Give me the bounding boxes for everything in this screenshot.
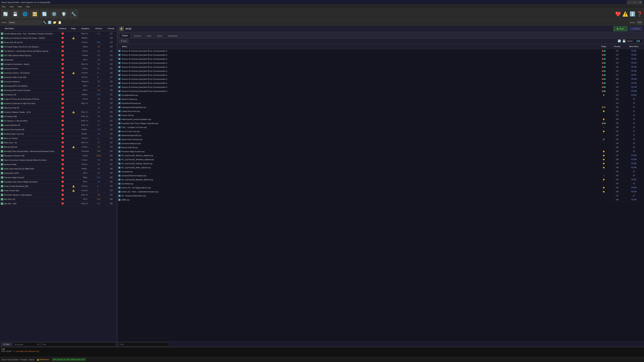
mod-row[interactable]: Immersive Armors ❤️ Armour 8.1 125: [0, 66, 117, 71]
mod-row[interactable]: Bijin NPCs SE ❤️ NPCs 1.2.1 155: [0, 197, 117, 201]
mod-row[interactable]: Marry me Serana ❤️ Immersi... 1.... 141: [0, 136, 117, 140]
plugin-checkbox[interactable]: [118, 50, 122, 52]
plugin-checkbox[interactable]: [118, 179, 122, 181]
mod-row[interactable]: Populated Cities Towns Villages SE Editi…: [0, 180, 117, 184]
mod-checkbox[interactable]: [0, 49, 4, 53]
shortcut-button[interactable]: ↗ Shortcut: [629, 27, 642, 31]
menu-files[interactable]: Files: [1, 5, 6, 8]
mod-checkbox[interactable]: [0, 71, 4, 75]
mod-row[interactable]: KS Hairdos SSE ❤️ Body, Fa... 1.9 136: [0, 114, 117, 119]
plugin-row[interactable]: Textures 4k Overhaul (Upscaled) SE by no…: [118, 69, 644, 73]
mod-checkbox[interactable]: [0, 193, 4, 197]
toolbar-icon-2[interactable]: ⬆️: [48, 21, 52, 24]
toolbar-icon-r1[interactable]: ↩️: [618, 39, 621, 42]
mod-checkbox[interactable]: [0, 123, 4, 127]
tab-saves[interactable]: Saves: [154, 34, 165, 38]
mod-row[interactable]: High Poly Head SE ❤️ 1.4 134: [0, 106, 117, 110]
plugin-row[interactable]: Textures 4k Overhaul (Upscaled) SE by no…: [118, 61, 644, 65]
mod-checkbox[interactable]: [0, 44, 4, 49]
mod-checkbox[interactable]: [0, 114, 4, 118]
plugin-row[interactable]: Textures 4k Overhaul (Upscaled) SE by no…: [118, 81, 644, 85]
mod-checkbox[interactable]: [0, 180, 4, 184]
plugin-row[interactable]: Textures 4k Overhaul (Upscaled) SE by no…: [118, 53, 644, 57]
mod-checkbox[interactable]: [0, 149, 4, 153]
toolbar-btn-sync[interactable]: 🔃: [40, 10, 49, 18]
plugin-row[interactable]: icepenguinworldmapclassic.esp 125 20: [118, 105, 644, 109]
plugin-row[interactable]: RU_CityTreesSE_Riften_Addon0.esp 140 FE:…: [118, 166, 644, 170]
toolbar-icon-1[interactable]: 🔧: [43, 21, 46, 24]
plugin-row[interactable]: Northern Roads.esp 123 1E: [118, 97, 644, 101]
mod-row[interactable]: Noble Skyrim Mod HD-2K SMIM Patch ❤️ Mod…: [0, 167, 117, 171]
toolbar-icon-4[interactable]: 📋: [58, 21, 62, 24]
mod-checkbox[interactable]: [0, 75, 4, 79]
plugin-checkbox[interactable]: [118, 126, 122, 128]
plugin-row[interactable]: Cutting Room Floor.esp 126 21: [118, 109, 644, 113]
mod-row[interactable]: FileAccess Interface for Skyrim SE Scrip…: [0, 36, 117, 40]
tab-downloads[interactable]: Downloads: [165, 34, 180, 38]
mod-checkbox[interactable]: [0, 171, 4, 175]
mod-row[interactable]: Interesting NPCs Visual Overhaul ❤️ NPCs…: [0, 88, 117, 92]
plugin-checkbox[interactable]: [118, 54, 122, 56]
mod-row[interactable]: Lovely Hairstyles SE ❤️ Body, Fa... 2.1 …: [0, 123, 117, 127]
mod-row[interactable]: Koralina's Makeup Tweaks - 4k 2k ❤️ ⚠️ B…: [0, 110, 117, 114]
mod-row[interactable]: QH Aerith Follower or Vilja Replacer ❤️ …: [0, 193, 117, 197]
mod-row[interactable]: HDT-SMP (Skinned Mesh Physics) ❤️ Patche…: [0, 53, 117, 58]
mod-row[interactable]: Bijin Skin - UNP ❤️ Body, Fa... 1.4 156: [0, 201, 117, 206]
mod-checkbox[interactable]: [0, 197, 4, 201]
mod-checkbox[interactable]: [0, 167, 4, 171]
plugin-checkbox[interactable]: [118, 167, 122, 169]
plugin-checkbox[interactable]: [118, 58, 122, 60]
mod-checkbox[interactable]: [0, 110, 4, 114]
mod-row[interactable]: Koralina's Eyebrows for High Poly Head ❤…: [0, 101, 117, 106]
mod-row[interactable]: Immersive Fallen Trees SSE ❤️ Immersi...…: [0, 75, 117, 79]
mod-row[interactable]: Pretty Combat Animations (SE) ❤️ ⚠️ Imme…: [0, 184, 117, 188]
plugin-row[interactable]: Textures 4k Overhaul (Upscaled) SE by no…: [118, 89, 644, 93]
profile-dropdown[interactable]: Default: [8, 20, 42, 24]
plugin-checkbox[interactable]: [118, 159, 122, 161]
toolbar-btn-image[interactable]: 🖼️: [30, 10, 39, 18]
plugin-checkbox[interactable]: [118, 130, 122, 132]
plugin-checkbox[interactable]: [118, 74, 122, 76]
tab-archives[interactable]: Archives: [131, 34, 144, 38]
plugin-row[interactable]: [Cloud]AerithHair.esp 122 FE:05C: [118, 93, 644, 97]
plugin-checkbox[interactable]: [118, 155, 122, 157]
plugin-row[interactable]: DenseNordicForests.esp 124 1F: [118, 101, 644, 105]
plugin-row[interactable]: Immersive Weapons.esp 134 29: [118, 141, 644, 145]
plugin-row[interactable]: Embers XD - Patch - Goldenhills Plantati…: [118, 190, 644, 194]
plugin-checkbox[interactable]: [118, 134, 122, 136]
mod-row[interactable]: Immersive Weapons ❤️ Weapons 2.0 128: [0, 79, 117, 84]
mod-checkbox[interactable]: [0, 119, 4, 123]
toolbar-btn-shield[interactable]: 🛡️: [60, 10, 68, 18]
plugin-row[interactable]: Textures 4k Overhaul (Upscaled) SE by no…: [118, 49, 644, 53]
plugin-checkbox[interactable]: [118, 94, 122, 96]
plugin-row[interactable]: Textures 4k Overhaul (Upscaled) SE by no…: [118, 57, 644, 61]
plugin-row[interactable]: Embers XD.esp 127 22: [118, 113, 644, 117]
toolbar-icon-3[interactable]: 📁: [53, 21, 56, 24]
mod-row[interactable]: Seranaholic ❤️ NPCs 1.8 123: [0, 58, 117, 62]
plugin-row[interactable]: moonpath.esp 141 2C: [118, 170, 644, 174]
toolbar-btn-web[interactable]: 🌐: [21, 10, 29, 18]
minimize-button[interactable]: ─: [627, 0, 632, 4]
mod-checkbox[interactable]: [0, 92, 4, 97]
plugin-checkbox[interactable]: [118, 175, 122, 177]
mod-row[interactable]: Pandorable's NPCs ❤️ NPCs 1.4 149: [0, 171, 117, 175]
mod-checkbox[interactable]: [0, 79, 4, 84]
sort-button[interactable]: ⇅ Sort: [119, 39, 128, 43]
maximize-button[interactable]: □: [632, 0, 637, 4]
mod-checkbox[interactable]: [0, 31, 4, 36]
mod-row[interactable]: Immersive Citizens - AI Overhaul ❤️ ⚠️ I…: [0, 71, 117, 75]
plugin-checkbox[interactable]: [118, 102, 122, 104]
mod-row[interactable]: KS Hairdos 1.7 Salt and Wind ❤️ Body, Fa…: [0, 119, 117, 123]
plugin-row[interactable]: Monster Mod SE.esp 135 2A: [118, 145, 644, 149]
mod-checkbox[interactable]: [0, 53, 4, 57]
mod-row[interactable]: Skyrim Immersive Creatures Special Editi…: [0, 158, 117, 162]
plugin-checkbox[interactable]: [118, 199, 122, 201]
mod-row[interactable]: The Witcher 2 - Geralt Raven Armor and W…: [0, 49, 117, 53]
plugin-checkbox[interactable]: [118, 163, 122, 165]
tab-data[interactable]: Data: [144, 34, 154, 38]
search-input-left[interactable]: [41, 343, 116, 346]
menu-help[interactable]: Help: [25, 5, 30, 8]
mod-checkbox[interactable]: [0, 62, 4, 66]
mod-checkbox[interactable]: [0, 36, 4, 40]
plugin-checkbox[interactable]: [118, 187, 122, 189]
